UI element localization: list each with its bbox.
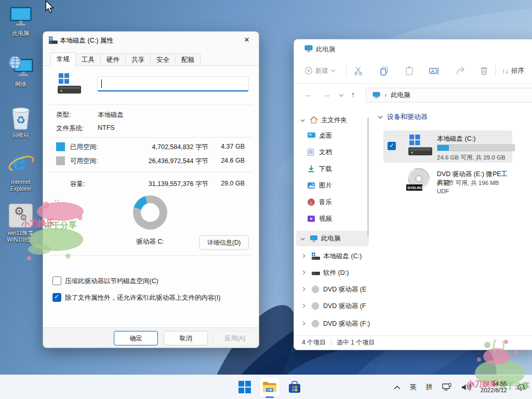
nav-item-label: 文档 [319, 148, 332, 157]
tab-hardware[interactable]: 硬件 [100, 54, 126, 65]
share-button[interactable] [456, 64, 466, 77]
back-icon[interactable]: ← [304, 90, 312, 99]
nav-music[interactable]: ♪ 音乐 [296, 194, 370, 210]
notification-bell-icon[interactable]: z [516, 383, 526, 392]
language-indicator[interactable]: 英 [410, 382, 417, 392]
compress-checkbox[interactable] [52, 276, 61, 285]
ime-indicator[interactable]: 拼 [426, 382, 433, 392]
filesystem-label: 文件系统: [56, 124, 84, 133]
new-button[interactable]: 新建 [304, 64, 336, 77]
recent-locations-chevron-icon[interactable] [339, 94, 344, 97]
details-button[interactable]: 详细信息(D) [199, 235, 249, 250]
cut-button[interactable] [354, 64, 364, 77]
nav-drive-d[interactable]: 软件 (D:) [296, 265, 370, 281]
tab-security[interactable]: 安全 [150, 54, 176, 65]
dvd-disc-icon: DVD-ROM [406, 167, 431, 192]
dialog-tabstrip: 常规 工具 硬件 共享 安全 配额 [43, 52, 259, 66]
taskbar-clock[interactable]: 14:55 2022/8/12 [481, 380, 507, 394]
group-header-label: 设备和驱动器 [387, 112, 428, 122]
filesystem-value: NTFS [98, 124, 115, 131]
watermark-splash-left: 小刀娱乐 乐于分享 [19, 200, 97, 265]
divider [49, 137, 252, 138]
new-button-label: 新建 [315, 66, 328, 75]
windows-logo-icon [238, 381, 251, 393]
nav-scrollbar[interactable] [367, 117, 369, 237]
desktop-icon-network[interactable]: 网络 [1, 55, 41, 88]
nav-pictures[interactable]: 图片 [296, 178, 370, 193]
drive-name: 本地磁盘 (C:) [437, 135, 475, 143]
rename-icon: A [429, 66, 440, 76]
dialog-titlebar[interactable]: 本地磁盘 (C:) 属性 ✕ [43, 32, 259, 48]
sort-button-label: 排序 [511, 66, 524, 75]
used-legend-swatch [56, 142, 65, 151]
free-bytes: 26,436,972,544 字节 [149, 157, 208, 166]
network-tray-icon[interactable] [442, 383, 452, 392]
drive-tile-c[interactable]: 本地磁盘 (C:) 24.6 GB 可用, 共 29.0 GB [383, 130, 512, 163]
group-header-devices[interactable]: 设备和驱动器 [378, 112, 428, 122]
text-caret [101, 79, 102, 88]
paste-button[interactable] [405, 64, 415, 77]
cut-icon [354, 66, 364, 76]
network-icon [1, 55, 41, 79]
desktop-icon-recycle-bin[interactable]: ♻ 回收站 [1, 106, 41, 139]
nav-item-label: DVD 驱动器 (F:) [323, 320, 370, 328]
breadcrumb-this-pc[interactable]: 此电脑 [391, 91, 410, 100]
drive-mini-icon [49, 36, 58, 44]
nav-videos[interactable]: 视频 [296, 211, 370, 227]
desktop-icon-this-pc[interactable]: 此电脑 [1, 4, 41, 37]
copy-button[interactable] [379, 64, 389, 77]
nav-dvd-f[interactable]: DVD 驱动器 (F [296, 298, 370, 314]
videos-icon [308, 216, 319, 222]
volume-name-input[interactable] [97, 76, 249, 91]
explorer-titlebar[interactable]: 此电脑 [294, 39, 532, 58]
microsoft-store-taskbar-button[interactable] [285, 377, 304, 397]
explorer-tab-title: 此电脑 [316, 45, 336, 54]
nav-desktop[interactable]: 桌面 [296, 128, 370, 143]
sort-button[interactable]: ↑↓ 排序 [502, 64, 524, 77]
dialog-footer: 确定 取消 应用(A) [43, 327, 259, 348]
up-icon[interactable]: ↑ [351, 90, 355, 99]
nav-downloads[interactable]: 下载 [296, 161, 370, 177]
drive-tile-dvd-e[interactable]: DVD-ROM DVD 驱动器 (E:) 微PE工具箱 0 字节 可用, 共 1… [383, 166, 512, 198]
free-legend-swatch [56, 156, 65, 165]
toolbar-divider [346, 64, 347, 77]
type-value: 本地磁盘 [98, 111, 124, 119]
pictures-icon [308, 182, 319, 189]
tray-date: 2022/8/12 [481, 387, 507, 394]
dvd-icon [312, 286, 323, 293]
selection-checkbox[interactable] [388, 142, 396, 150]
explorer-main-pane: 设备和驱动器 本地磁盘 (C:) 24.6 GB 可用, 共 29.0 GB [370, 107, 532, 336]
file-explorer-window: 此电脑 新建 A [294, 39, 532, 350]
tab-tools[interactable]: 工具 [75, 54, 101, 65]
nav-documents[interactable]: 文档 [296, 144, 370, 160]
explorer-body: 主文件夹 桌面 文档 下载 [294, 107, 532, 336]
nav-dvd-f2[interactable]: DVD 驱动器 (F:) [296, 316, 370, 331]
index-checkbox[interactable] [52, 293, 61, 302]
tab-quota[interactable]: 配额 [175, 54, 201, 65]
ok-button[interactable]: 确定 [114, 331, 158, 345]
documents-icon [308, 149, 319, 156]
drive-d-icon [312, 269, 323, 276]
system-tray: 英 拼 14:55 2022/8/12 z [394, 375, 532, 399]
dvd-rom-badge: DVD-ROM [408, 185, 427, 190]
cancel-button[interactable]: 取消 [164, 331, 208, 345]
chevron-up-icon[interactable] [394, 385, 401, 390]
start-button[interactable] [235, 377, 255, 397]
desktop-icon-internet-explorer[interactable]: e Internet Explorer [1, 153, 41, 192]
file-explorer-taskbar-button[interactable] [260, 377, 280, 397]
tab-general[interactable]: 常规 [50, 52, 76, 66]
used-bytes: 4,702,584,832 字节 [152, 143, 208, 152]
tab-sharing[interactable]: 共享 [125, 54, 151, 65]
nav-home[interactable]: 主文件夹 [296, 112, 369, 128]
speaker-icon[interactable] [461, 383, 471, 391]
drive-filesystem: UDF [437, 188, 449, 194]
delete-button[interactable] [479, 64, 489, 77]
nav-drive-c[interactable]: 本地磁盘 (C:) [296, 248, 370, 264]
apply-button[interactable]: 应用(A) [213, 331, 257, 345]
close-icon[interactable]: ✕ [239, 34, 255, 46]
rename-button[interactable]: A [429, 64, 440, 77]
nav-dvd-e[interactable]: DVD 驱动器 (E [296, 282, 370, 297]
forward-icon[interactable]: → [323, 90, 330, 99]
address-box[interactable]: › 此电脑 [366, 88, 532, 102]
nav-this-pc[interactable]: 此电脑 [296, 231, 369, 246]
